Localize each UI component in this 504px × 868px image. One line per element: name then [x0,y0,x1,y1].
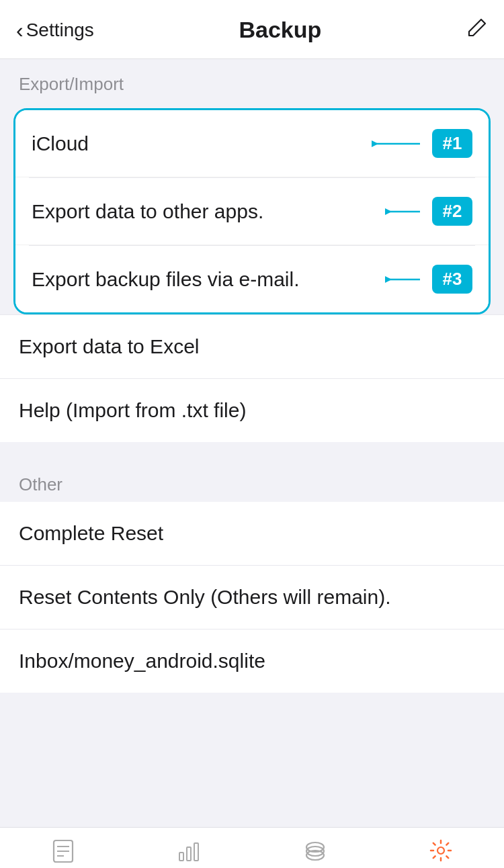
complete-reset-item[interactable]: Complete Reset [0,502,504,566]
export-other-badge: #2 [432,197,472,226]
ledger-icon [50,838,76,868]
svg-rect-11 [187,847,191,861]
highlighted-items-box: iCloud #1 Export data to other apps. #2 … [13,108,491,314]
complete-reset-label: Complete Reset [19,522,163,545]
inbox-sqlite-item[interactable]: Inbox/money_android.sqlite [0,630,504,693]
accounts-icon [302,838,328,868]
settings-icon [428,838,454,868]
svg-rect-12 [194,843,198,861]
tab-stats[interactable]: Stats [126,828,253,868]
icloud-arrow [372,136,432,152]
export-email-badge: #3 [432,265,472,294]
back-arrow-icon: ‹ [16,19,24,41]
plain-items-section: Export data to Excel Help (Import from .… [0,314,504,442]
other-items-section: Complete Reset Reset Contents Only (Othe… [0,502,504,693]
edit-icon[interactable] [466,17,488,43]
help-import-item[interactable]: Help (Import from .txt file) [0,379,504,442]
page-title: Backup [239,17,322,43]
export-excel-item[interactable]: Export data to Excel [0,315,504,379]
export-other-label: Export data to other apps. [32,200,263,223]
spacer [0,693,504,827]
export-email-badge-row: #3 [385,265,472,294]
icloud-badge-row: #1 [372,129,472,158]
export-email-item[interactable]: Export backup files via e-mail. #3 [15,246,489,312]
svg-marker-3 [385,208,392,215]
export-other-badge-row: #2 [385,197,472,226]
icloud-label: iCloud [32,132,89,155]
tab-accounts[interactable]: Accounts [252,828,378,868]
tab-settings[interactable]: Settings [378,828,505,868]
export-other-arrow [385,204,432,220]
svg-rect-10 [179,853,183,861]
tab-bar: 11/12 Stats Accounts [0,827,504,868]
help-import-label: Help (Import from .txt file) [19,399,246,422]
svg-marker-5 [385,276,392,283]
back-label: Settings [26,19,94,41]
export-excel-label: Export data to Excel [19,335,199,358]
export-other-item[interactable]: Export data to other apps. #2 [15,178,489,245]
reset-contents-item[interactable]: Reset Contents Only (Others will remain)… [0,566,504,630]
svg-point-16 [437,847,444,854]
header: ‹ Settings Backup [0,0,504,59]
svg-marker-1 [372,140,378,147]
inbox-sqlite-label: Inbox/money_android.sqlite [19,650,265,672]
export-import-section-label: Export/Import [0,59,504,101]
export-email-label: Export backup files via e-mail. [32,268,300,291]
other-section-label: Other [0,468,504,502]
icloud-item[interactable]: iCloud #1 [15,110,489,177]
stats-icon [176,838,202,868]
tab-ledger[interactable]: 11/12 [0,828,126,868]
reset-contents-label: Reset Contents Only (Others will remain)… [19,586,391,609]
export-email-arrow [385,271,432,288]
icloud-badge: #1 [432,129,472,158]
section-divider [0,442,504,468]
back-button[interactable]: ‹ Settings [16,19,94,41]
